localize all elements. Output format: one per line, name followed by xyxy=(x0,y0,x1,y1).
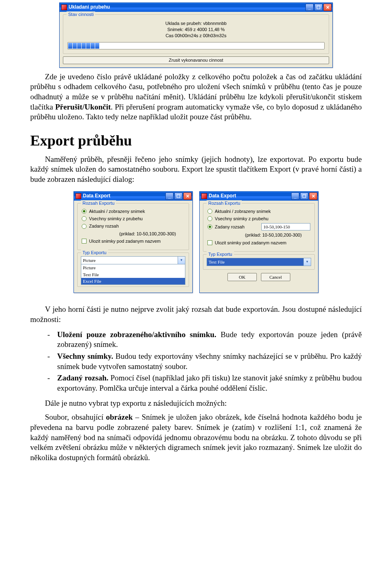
groupbox-legend: Typ Exportu xyxy=(207,251,234,257)
chevron-down-icon: ▾ xyxy=(178,257,185,264)
titlebar[interactable]: Ukladani prubehu _ ☐ ✕ xyxy=(60,3,332,12)
titlebar[interactable]: Data Export _ ☐ ✕ xyxy=(200,192,318,201)
status-line-3: Cas 00h00m24s z 00h03m32s xyxy=(67,33,325,39)
export-type-listbox[interactable]: Picture Text File Excel File xyxy=(81,264,185,285)
radio-icon xyxy=(82,209,87,214)
radio-icon xyxy=(207,216,212,221)
app-icon xyxy=(76,193,81,199)
paragraph-4a: Dále je nutno vybrat typ exportu z násle… xyxy=(30,398,362,409)
export-type-select[interactable]: Picture ▾ xyxy=(81,256,185,264)
chevron-down-icon: ▾ xyxy=(303,258,311,266)
radio-current-frame[interactable]: Aktualni / zobrazeny snimek xyxy=(207,208,310,214)
option-text-file[interactable]: Text File xyxy=(81,271,185,278)
maximize-button[interactable]: ☐ xyxy=(300,192,308,200)
groupbox-legend: Typ Exportu xyxy=(81,250,108,255)
minimize-button[interactable]: _ xyxy=(305,4,314,11)
status-text: Uklada se prubeh: vbbnnmnbb Snimek: 459 … xyxy=(67,20,325,39)
range-hint: (priklad: 10-50,100,200-300) xyxy=(207,232,310,238)
window-title: Ukladani prubehu xyxy=(69,4,110,11)
range-groupbox: Rozsah Exportu Aktualni / zobrazeny snim… xyxy=(77,203,189,250)
type-groupbox: Typ Exportu Text File ▾ xyxy=(203,254,315,270)
radio-icon xyxy=(207,209,212,214)
radio-given-range[interactable]: Zadany rozsah 10-50,100-150 xyxy=(207,223,310,230)
range-groupbox: Rozsah Exportu Aktualni / zobrazeny snim… xyxy=(203,203,315,252)
export-type-select[interactable]: Text File ▾ xyxy=(207,258,311,266)
minimize-button[interactable]: _ xyxy=(291,192,299,200)
list-item: Všechny snímky. Budou tedy exportovány v… xyxy=(47,351,362,371)
radio-icon xyxy=(207,224,212,229)
paragraph-2: Naměřený průběh, přesněji řečeno jeho sn… xyxy=(30,154,362,185)
groupbox-legend: Stav cinnosti xyxy=(67,11,95,17)
option-excel-file[interactable]: Excel File xyxy=(81,278,185,284)
ok-button[interactable]: OK xyxy=(227,273,257,281)
paragraph-3: V jeho horní části je nutno nejprve zvol… xyxy=(30,304,362,324)
paragraph-1: Zde je uvedeno číslo právě ukládané polo… xyxy=(30,72,362,122)
type-groupbox: Typ Exportu Picture ▾ Picture Text File … xyxy=(77,253,189,287)
option-picture[interactable]: Picture xyxy=(81,264,185,271)
status-line-2: Snimek: 459 z 4000 11,48 % xyxy=(67,27,325,33)
status-groupbox: Stav cinnosti Uklada se prubeh: vbbnnmnb… xyxy=(63,14,329,54)
groupbox-legend: Rozsah Exportu xyxy=(207,200,242,206)
heading-export: Export průběhu xyxy=(30,131,362,150)
paragraph-4b: Soubor, obsahující obrázek – Snímek je u… xyxy=(30,412,362,463)
groupbox-legend: Rozsah Exportu xyxy=(81,200,116,206)
maximize-button[interactable]: ☐ xyxy=(314,4,323,11)
radio-current-frame[interactable]: Aktualni / zobrazeny snimek xyxy=(82,208,185,214)
cancel-button[interactable]: Cancel xyxy=(261,273,290,281)
radio-all-frames[interactable]: Vsechny snimky z prubehu xyxy=(207,216,310,221)
range-input[interactable]: 10-50,100-150 xyxy=(261,223,310,230)
titlebar[interactable]: Data Export _ ☐ ✕ xyxy=(74,192,192,201)
checkbox-icon xyxy=(207,240,212,245)
checkbox-icon xyxy=(82,239,87,244)
close-button[interactable]: ✕ xyxy=(309,192,317,200)
cancel-operation-button[interactable]: Zrusit vykonavanou cinnost xyxy=(63,56,329,64)
maximize-button[interactable]: ☐ xyxy=(174,192,183,200)
window-title: Data Export xyxy=(209,193,236,199)
app-icon xyxy=(201,193,207,199)
list-item: Uložení pouze zobrazeného/aktivního sním… xyxy=(47,330,362,350)
export-dialog-left: Data Export _ ☐ ✕ Rozsah Exportu Aktualn… xyxy=(74,191,193,293)
radio-icon xyxy=(82,224,87,229)
close-button[interactable]: ✕ xyxy=(183,192,192,200)
window-title: Data Export xyxy=(83,193,110,199)
check-save-under-name[interactable]: Ulozit snimky pod zadanym nazvem xyxy=(82,238,185,244)
range-hint: (priklad: 10-50,100,200-300) xyxy=(82,231,185,237)
status-line-1: Uklada se prubeh: vbbnnmnbb xyxy=(67,20,325,27)
check-save-under-name[interactable]: Ulozit snimky pod zadanym nazvem xyxy=(207,240,310,246)
options-list: Uložení pouze zobrazeného/aktivního sním… xyxy=(30,330,362,394)
list-item: Zadaný rozsah. Pomocí čísel (například j… xyxy=(47,373,362,393)
radio-given-range[interactable]: Zadany rozsah xyxy=(82,223,185,229)
progress-bar xyxy=(67,42,325,49)
app-icon xyxy=(61,4,67,10)
radio-icon xyxy=(82,216,87,221)
minimize-button[interactable]: _ xyxy=(165,192,174,200)
radio-all-frames[interactable]: Vsechny snimky z prubehu xyxy=(82,216,185,221)
close-button[interactable]: ✕ xyxy=(323,4,332,11)
save-progress-window: Ukladani prubehu _ ☐ ✕ Stav cinnosti Ukl… xyxy=(59,2,333,68)
export-dialog-right: Data Export _ ☐ ✕ Rozsah Exportu Aktualn… xyxy=(199,191,318,293)
